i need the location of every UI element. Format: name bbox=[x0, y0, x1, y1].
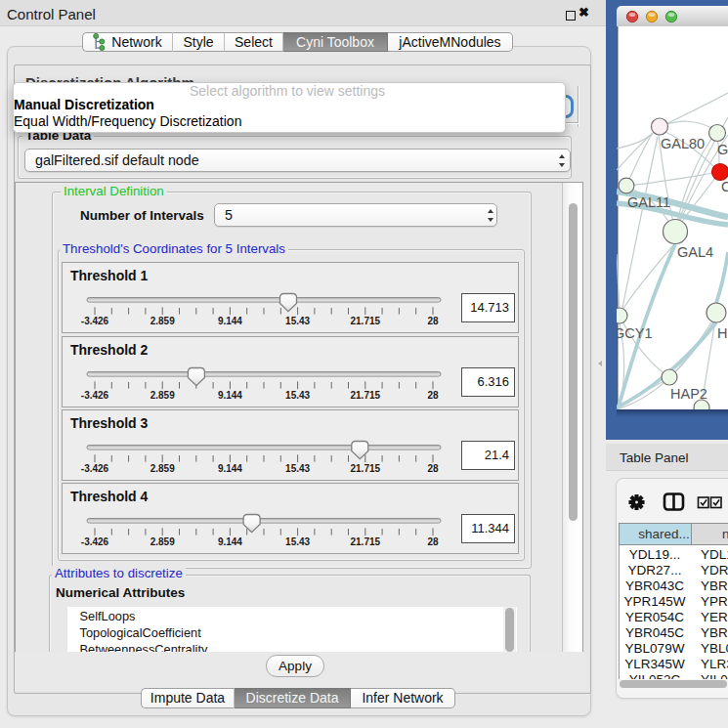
svg-text:21.715: 21.715 bbox=[351, 390, 381, 401]
svg-text:2.859: 2.859 bbox=[150, 390, 175, 401]
svg-text:28: 28 bbox=[427, 536, 439, 547]
svg-text:15.43: 15.43 bbox=[285, 463, 310, 474]
svg-text:28: 28 bbox=[427, 463, 439, 474]
svg-text:28: 28 bbox=[427, 390, 439, 401]
svg-text:9.144: 9.144 bbox=[218, 390, 242, 401]
svg-text:GAL11: GAL11 bbox=[627, 194, 670, 210]
svg-text:H: H bbox=[717, 325, 727, 341]
svg-text:GAL4: GAL4 bbox=[677, 244, 713, 260]
svg-text:-3.426: -3.426 bbox=[81, 316, 109, 326]
svg-text:21.715: 21.715 bbox=[351, 536, 381, 547]
svg-text:28: 28 bbox=[427, 316, 439, 326]
svg-text:GAL80: GAL80 bbox=[661, 136, 705, 151]
svg-text:HAP2: HAP2 bbox=[670, 386, 707, 402]
svg-text:9.144: 9.144 bbox=[218, 463, 242, 474]
svg-text:15.43: 15.43 bbox=[285, 390, 310, 401]
svg-text:C: C bbox=[721, 179, 728, 194]
svg-text:21.715: 21.715 bbox=[351, 316, 381, 326]
svg-text:2.859: 2.859 bbox=[150, 463, 175, 474]
svg-text:9.144: 9.144 bbox=[218, 536, 242, 547]
svg-text:9.144: 9.144 bbox=[218, 316, 242, 326]
svg-text:GA: GA bbox=[717, 142, 728, 157]
svg-text:21.715: 21.715 bbox=[351, 463, 381, 474]
svg-text:2.859: 2.859 bbox=[150, 316, 175, 326]
svg-text:15.43: 15.43 bbox=[285, 536, 310, 547]
svg-text:GCY1: GCY1 bbox=[617, 325, 653, 341]
svg-text:-3.426: -3.426 bbox=[81, 463, 109, 474]
svg-text:15.43: 15.43 bbox=[285, 316, 310, 326]
svg-text:2.859: 2.859 bbox=[150, 536, 175, 547]
svg-text:-3.426: -3.426 bbox=[81, 390, 109, 401]
svg-text:-3.426: -3.426 bbox=[81, 536, 109, 547]
